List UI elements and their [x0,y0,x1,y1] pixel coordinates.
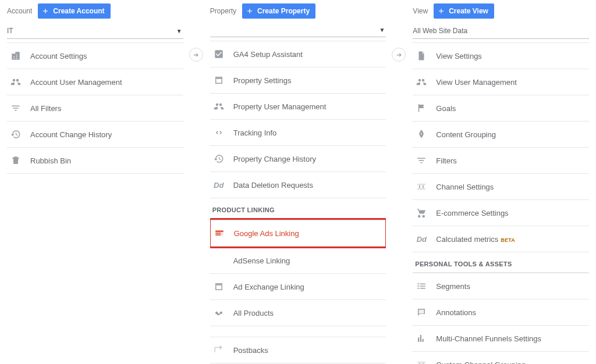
content-icon [415,128,428,141]
nav-item-rubbish-bin[interactable]: Rubbish Bin [7,148,183,174]
nav-item-label: All Products [233,309,274,317]
nav-item-account-change-history[interactable]: Account Change History [7,122,183,148]
nav-item-label: Multi-Channel Funnels Settings [436,334,541,343]
create-view-label: Create View [449,6,488,16]
property-menu: GA4 Setup AssistantProperty SettingsProp… [210,41,386,198]
funnel-icon [9,102,22,115]
nav-item-label: Account Change History [30,130,112,139]
nav-item-multi-channel-funnels-settings[interactable]: Multi-Channel Funnels Settings [413,326,589,352]
bars-icon [415,332,428,345]
dd-icon: Dd [212,179,225,191]
nav-item-calculated-metrics[interactable]: DdCalculated metricsBETA [413,226,589,252]
nav-item-adsense-linking[interactable]: AdSense Linking [210,248,386,274]
nav-item-e-commerce-settings[interactable]: E-commerce Settings [413,200,589,226]
nav-item-label: Channel Settings [436,183,494,191]
plus-icon [437,7,445,15]
personal-tools-menu: SegmentsAnnotationsMulti-Channel Funnels… [413,273,589,364]
nav-item-label: Calculated metricsBETA [436,235,515,244]
nav-item-label: E-commerce Settings [436,209,508,217]
nav-item-all-products[interactable]: All Products [210,300,386,326]
column-connector-icon: ➔ [392,48,406,62]
account-header: Account [7,7,32,15]
nav-item-google-ads-linking[interactable]: Google Ads Linking [211,220,386,247]
nav-item-property-settings[interactable]: Property Settings [210,67,386,94]
view-header: View [413,7,428,15]
funnel-icon [415,154,428,167]
people-icon [9,76,22,88]
account-menu: Account SettingsAccount User ManagementA… [7,42,183,174]
nav-item-label: Segments [436,282,470,291]
caret-down-icon: ▼ [379,27,385,33]
beta-badge: BETA [501,237,515,243]
nav-item-label: Account User Management [30,78,122,87]
nav-item-property-change-history[interactable]: Property Change History [210,146,386,172]
property-extras-menu: PostbacksAudience DefinitionsDdCustom De… [210,337,386,364]
property-selector[interactable]: ▼ [210,23,386,37]
nav-item-label: Postbacks [233,346,268,355]
nav-item-label: Ad Exchange Linking [233,283,304,291]
nav-item-label: Annotations [436,308,476,317]
postback-icon [212,344,225,356]
property-header: Property [210,7,236,15]
account-selector-value: IT [7,27,13,35]
history-icon [212,152,225,165]
personal-tools-heading: PERSONAL TOOLS & ASSETS [413,252,589,273]
product-linking-menu: Google Ads LinkingAdSense LinkingAd Exch… [210,218,386,326]
nav-item-annotations[interactable]: Annotations [413,299,589,326]
nav-item-account-user-management[interactable]: Account User Management [7,69,183,95]
plus-icon [41,7,49,15]
nav-item-tracking-info[interactable]: Tracking Info [210,120,386,146]
nav-item-postbacks[interactable]: Postbacks [210,337,386,363]
nav-item-label: Google Ads Linking [234,229,299,238]
nav-item-label: Content Grouping [436,130,496,139]
create-account-button[interactable]: Create Account [38,3,110,19]
nav-item-ga4-setup-assistant[interactable]: GA4 Setup Assistant [210,41,386,67]
nav-item-label: Account Settings [30,52,87,60]
nav-item-content-grouping[interactable]: Content Grouping [413,122,589,148]
nav-item-view-settings[interactable]: View Settings [413,42,589,69]
nav-item-label: View Settings [436,52,482,60]
nav-item-filters[interactable]: Filters [413,148,589,174]
ads-icon [213,227,226,240]
nav-item-label: Property User Management [233,102,327,111]
nav-item-channel-settings[interactable]: Channel Settings [413,174,589,200]
view-column: ➔ View Create View All Web Site Data ▼ V… [406,0,596,364]
dd-icon: Dd [415,233,428,245]
people-icon [212,100,225,113]
code-icon [212,126,225,139]
nav-item-label: GA4 Setup Assistant [233,50,303,59]
nav-item-label: Data Deletion Requests [233,181,313,190]
highlight-box: Google Ads Linking [210,218,386,248]
account-selector[interactable]: IT ▼ [7,23,183,39]
nav-item-label: AdSense Linking [233,256,290,265]
nav-item-label: Tracking Info [233,129,277,137]
property-column: ➔ Property Create Property ▼ GA4 Setup A… [203,0,393,364]
nav-item-all-filters[interactable]: All Filters [7,95,183,122]
create-view-button[interactable]: Create View [434,3,494,19]
nav-item-label: View User Management [436,78,517,87]
account-column: Account Create Account IT ▼ Account Sett… [0,0,190,364]
nav-item-property-user-management[interactable]: Property User Management [210,94,386,120]
nav-item-label: Goals [436,104,456,113]
nav-item-account-settings[interactable]: Account Settings [7,42,183,69]
segments-icon [415,280,428,292]
channel-icon [415,358,428,364]
annotation-icon [415,306,428,319]
caret-down-icon: ▼ [176,28,182,34]
square-icon [212,74,225,87]
doc-icon [415,49,428,62]
nav-item-label: Rubbish Bin [30,156,71,165]
channel-icon [415,180,428,193]
nav-item-view-user-management[interactable]: View User Management [413,69,589,95]
create-account-label: Create Account [53,6,104,16]
nav-item-goals[interactable]: Goals [413,95,589,122]
create-property-button[interactable]: Create Property [242,3,315,19]
nav-item-data-deletion-requests[interactable]: DdData Deletion Requests [210,172,386,198]
create-property-label: Create Property [257,6,310,16]
nav-item-segments[interactable]: Segments [413,273,589,299]
nav-item-ad-exchange-linking[interactable]: Ad Exchange Linking [210,274,386,300]
view-selector[interactable]: All Web Site Data ▼ [413,23,589,39]
view-menu: View SettingsView User ManagementGoalsCo… [413,42,589,252]
nav-item-custom-channel-grouping[interactable]: Custom Channel GroupingBETA [413,352,589,364]
people-icon [415,76,428,88]
